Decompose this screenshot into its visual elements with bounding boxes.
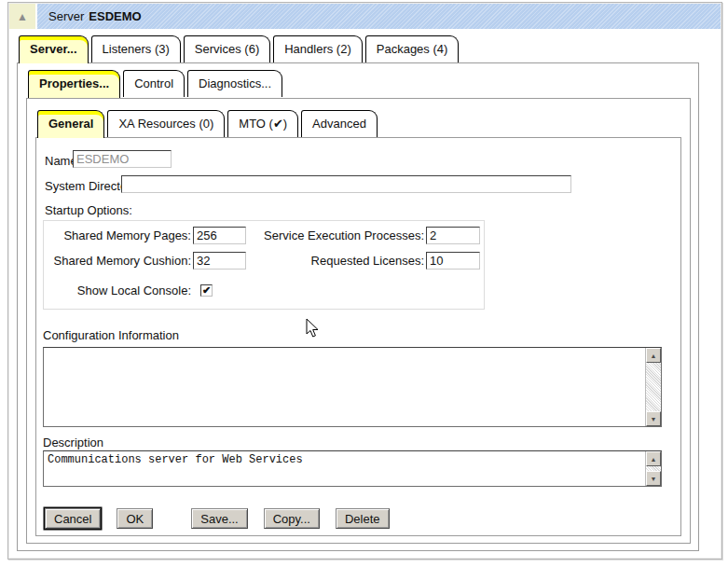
- startup-row-1: Shared Memory Pages: Service Execution P…: [46, 226, 482, 244]
- tab-listeners[interactable]: Listeners (3): [91, 35, 181, 62]
- tab-row-level3: General XA Resources (0) MTO (✔) Advance…: [37, 110, 378, 138]
- tab-diagnostics[interactable]: Diagnostics...: [187, 70, 282, 97]
- description-scrollbar[interactable]: ▲ ▼: [645, 451, 661, 486]
- button-row: Cancel OK Save... Copy... Delete: [45, 508, 390, 529]
- header: ▲ Server ESDEMO: [9, 4, 721, 29]
- tab-handlers[interactable]: Handlers (2): [273, 35, 363, 62]
- delete-button[interactable]: Delete: [336, 508, 390, 529]
- description-textarea[interactable]: Communications server for Web Services ▲…: [43, 450, 662, 487]
- tab-properties[interactable]: Properties...: [28, 70, 120, 98]
- tab-row-level2: Properties... Control Diagnostics...: [28, 70, 282, 98]
- tab-services[interactable]: Services (6): [184, 35, 270, 62]
- header-title-prefix: Server: [48, 9, 84, 23]
- requested-licenses-input[interactable]: [426, 252, 480, 270]
- tab-xa-resources[interactable]: XA Resources (0): [107, 110, 225, 137]
- scroll-up-button[interactable]: ▲: [646, 348, 661, 363]
- tab-row-level1: Server... Listeners (3) Services (6) Han…: [19, 35, 459, 63]
- startup-row-3: Show Local Console: ✔: [46, 281, 482, 299]
- tab-advanced[interactable]: Advanced: [301, 110, 378, 137]
- shared-memory-cushion-label: Shared Memory Cushion:: [46, 254, 191, 268]
- configuration-information-label: Configuration Information: [43, 328, 179, 342]
- tab-mto[interactable]: MTO (✔): [227, 110, 298, 137]
- scroll-up-icon: ▲: [651, 456, 657, 463]
- shared-memory-pages-input[interactable]: [193, 227, 246, 244]
- show-local-console-label: Show Local Console:: [46, 284, 191, 297]
- tab-server[interactable]: Server...: [19, 35, 89, 63]
- startup-options-group: Shared Memory Pages: Service Execution P…: [43, 220, 485, 310]
- cancel-button[interactable]: Cancel: [45, 508, 101, 529]
- scroll-up-icon: ▲: [651, 353, 657, 359]
- header-title-bar: Server ESDEMO: [37, 4, 721, 29]
- page-frame: ▲ Server ESDEMO Server... Listeners (3) …: [7, 2, 722, 560]
- scroll-down-icon: ▼: [651, 476, 657, 482]
- configuration-information-content: [44, 348, 645, 426]
- header-title-name: ESDEMO: [89, 9, 141, 23]
- scroll-down-button[interactable]: ▼: [646, 471, 661, 486]
- show-local-console-checkbox[interactable]: ✔: [200, 284, 213, 297]
- requested-licenses-label: Requested Licenses:: [248, 254, 424, 268]
- tab-packages[interactable]: Packages (4): [365, 35, 460, 62]
- description-label: Description: [43, 436, 103, 449]
- server-panel: Properties... Control Diagnostics... Gen…: [17, 62, 699, 551]
- configuration-information-textarea[interactable]: ▲ ▼: [43, 347, 662, 427]
- shared-memory-pages-label: Shared Memory Pages:: [46, 228, 191, 242]
- service-execution-processes-input[interactable]: [426, 227, 480, 244]
- tab-control[interactable]: Control: [123, 70, 185, 97]
- shared-memory-cushion-input[interactable]: [193, 252, 246, 270]
- tab-general[interactable]: General: [37, 110, 104, 138]
- scroll-down-button[interactable]: ▼: [646, 411, 661, 426]
- copy-button[interactable]: Copy...: [264, 508, 320, 529]
- description-content: Communications server for Web Services: [44, 451, 645, 486]
- startup-row-2: Shared Memory Cushion: Requested License…: [46, 251, 482, 270]
- general-panel: Name System Directory: Startup Options: …: [35, 137, 681, 536]
- triangle-up-icon: ▲: [17, 11, 28, 22]
- ok-button[interactable]: OK: [117, 508, 153, 529]
- configuration-scrollbar[interactable]: ▲ ▼: [645, 348, 661, 426]
- name-input: [73, 150, 172, 168]
- service-execution-processes-label: Service Execution Processes:: [248, 228, 424, 242]
- save-button[interactable]: Save...: [191, 508, 247, 529]
- startup-options-label: Startup Options:: [45, 203, 132, 217]
- scroll-down-icon: ▼: [651, 416, 657, 422]
- collapse-box[interactable]: ▲: [9, 4, 35, 29]
- scroll-up-button[interactable]: ▲: [646, 451, 661, 466]
- system-directory-input[interactable]: [121, 175, 571, 193]
- properties-panel: General XA Resources (0) MTO (✔) Advance…: [26, 98, 691, 544]
